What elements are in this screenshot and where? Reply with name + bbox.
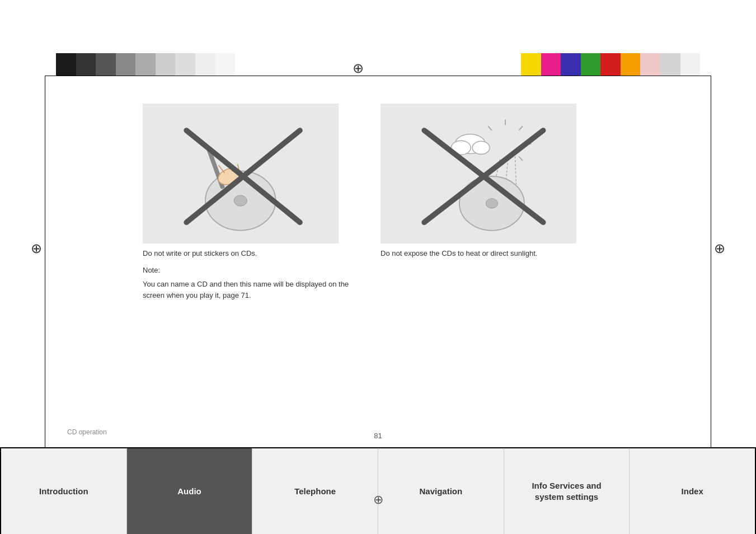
- tab-navigation[interactable]: Navigation: [378, 448, 504, 534]
- crosshair-left-mid: ⊕: [31, 241, 42, 256]
- svg-point-1: [234, 195, 247, 206]
- left-image-caption: Do not write or put stickers on CDs.: [143, 249, 339, 257]
- crosshair-bottom-center: ⊕: [373, 493, 383, 507]
- svg-line-4: [219, 166, 224, 173]
- tab-telephone[interactable]: Telephone: [252, 448, 378, 534]
- svg-line-21: [515, 156, 516, 184]
- left-image-container: Do not write or put stickers on CDs. Not…: [143, 104, 355, 301]
- rule-top: [45, 76, 711, 76]
- cd-no-sun-illustration: [395, 114, 562, 233]
- right-image-caption: Do not expose the CDs to heat or direct …: [381, 249, 576, 257]
- cd-no-write-illustration: [157, 114, 324, 233]
- crosshair-top-center: ⊕: [353, 60, 364, 76]
- page-number: 81: [374, 432, 382, 440]
- note-text: You can name a CD and then this name wil…: [143, 279, 355, 301]
- section-label: CD operation: [67, 428, 107, 436]
- right-image-container: Do not expose the CDs to heat or direct …: [381, 104, 576, 257]
- left-image-box: [143, 104, 339, 243]
- tab-info-services[interactable]: Info Services and system settings: [504, 448, 630, 534]
- tab-introduction[interactable]: Introduction: [0, 448, 127, 534]
- svg-line-11: [519, 126, 523, 130]
- top-color-bar-left: [56, 53, 235, 76]
- svg-line-14: [488, 126, 492, 130]
- bottom-nav-bar: Introduction Audio Telephone Navigation …: [0, 447, 756, 534]
- crosshair-right-mid: ⊕: [714, 241, 725, 256]
- right-image-box: [381, 104, 576, 243]
- tab-audio[interactable]: Audio: [127, 448, 253, 534]
- top-color-bar-right: [521, 53, 700, 76]
- svg-line-13: [519, 156, 523, 161]
- svg-point-23: [486, 198, 498, 208]
- note-label: Note:: [143, 266, 355, 274]
- tab-index[interactable]: Index: [630, 448, 756, 534]
- svg-point-18: [472, 141, 490, 154]
- page-number-value: 81: [374, 432, 382, 440]
